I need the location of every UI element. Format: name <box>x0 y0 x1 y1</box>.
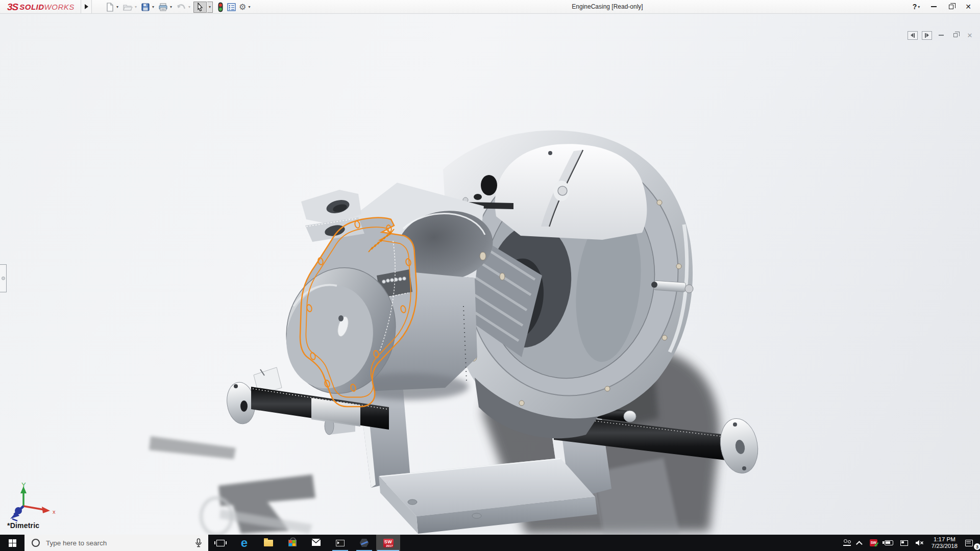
new-document-icon <box>105 3 114 12</box>
restore-icon <box>949 5 953 9</box>
edge-tab-dot-icon <box>2 277 5 280</box>
volume-button[interactable] <box>912 535 927 551</box>
options-button[interactable]: ⚙ <box>238 2 247 13</box>
open-caret-icon[interactable]: ▾ <box>135 5 137 9</box>
pane-right-arrow-icon <box>926 33 929 37</box>
brand-text-bold: SOLID <box>19 3 44 11</box>
undo-caret-icon[interactable]: ▾ <box>188 5 190 9</box>
clock-time: 1:17 PM <box>932 536 958 543</box>
save-caret-icon[interactable]: ▾ <box>152 5 154 9</box>
help-caret-icon: ▾ <box>918 5 920 9</box>
network-button[interactable] <box>897 535 912 551</box>
pane-left-arrow-icon <box>911 33 913 37</box>
network-icon <box>900 540 908 546</box>
task-view-icon <box>216 540 225 546</box>
minimize-button[interactable] <box>926 1 941 13</box>
windows-logo-icon <box>9 539 16 547</box>
mail-icon <box>312 540 321 546</box>
pane-bar-icon <box>925 33 926 38</box>
solidworks-icon-year: 2017 <box>386 544 393 547</box>
print-icon <box>158 3 168 12</box>
title-bar[interactable]: 3S SOLID WORKS ▾ ▾ ▾ <box>0 0 980 14</box>
view-orientation-label: *Dimetric <box>7 521 39 530</box>
hexagon-app-button[interactable] <box>352 535 376 551</box>
doc-close-button[interactable]: ✕ <box>965 31 975 40</box>
people-icon <box>843 540 851 546</box>
help-button[interactable]: ?▾ <box>909 1 924 13</box>
undo-button[interactable] <box>175 2 187 13</box>
taskbar-search[interactable]: Type here to search <box>24 535 208 551</box>
new-caret-icon[interactable]: ▾ <box>116 5 118 9</box>
solidworks-icon: SW 2017 <box>383 539 394 547</box>
next-pane-button[interactable] <box>922 31 932 40</box>
task-view-button[interactable] <box>208 535 232 551</box>
doc-minimize-button[interactable] <box>936 31 946 40</box>
new-document-button[interactable] <box>104 2 115 13</box>
close-icon: ✕ <box>965 3 971 11</box>
edge-button[interactable]: e <box>232 535 256 551</box>
save-button[interactable] <box>140 2 151 13</box>
pane-bar-icon <box>914 33 915 38</box>
taskbar-apps: e SW 2017 <box>208 535 400 551</box>
window-title: EngineCasing [Read-only] <box>536 3 679 10</box>
menu-flyout-button[interactable] <box>81 0 92 13</box>
taskbar-clock[interactable]: 1:17 PM 7/23/2018 <box>927 536 962 550</box>
doc-close-icon: ✕ <box>967 32 973 39</box>
feature-tree-collapsed-tab[interactable] <box>0 264 7 292</box>
print-caret-icon[interactable]: ▾ <box>170 5 172 9</box>
status-lights-icon <box>217 2 224 12</box>
properties-list-button[interactable] <box>226 2 237 13</box>
solidworks-button[interactable]: SW 2017 <box>376 535 400 551</box>
start-button[interactable] <box>0 535 24 551</box>
system-tray: SW✓ 1:17 PM 7/23/2018 3 <box>840 535 980 551</box>
notification-badge: 3 <box>974 543 980 550</box>
triad-x-label: x <box>53 509 56 515</box>
close-button[interactable]: ✕ <box>961 1 976 13</box>
chevron-up-icon <box>856 541 863 547</box>
select-tool-button[interactable] <box>193 2 207 13</box>
mail-button[interactable] <box>304 535 328 551</box>
show-hidden-icons-button[interactable] <box>854 535 866 551</box>
microphone-icon[interactable] <box>195 538 202 547</box>
cortana-icon <box>32 539 40 547</box>
previous-pane-button[interactable] <box>908 31 918 40</box>
engine-casing-model[interactable] <box>0 14 980 535</box>
solidworks-logo: 3S SOLID WORKS <box>7 1 75 13</box>
brand-text-light: WORKS <box>44 3 75 11</box>
command-prompt-button[interactable] <box>328 535 352 551</box>
restore-button[interactable] <box>943 1 959 13</box>
solidworks-tray-icon: SW✓ <box>870 539 877 546</box>
people-button[interactable] <box>840 535 854 551</box>
minimize-icon <box>931 6 937 7</box>
power-button[interactable] <box>881 535 897 551</box>
solidworks-tray-button[interactable]: SW✓ <box>866 535 881 551</box>
doc-minimize-icon <box>939 35 944 36</box>
print-button[interactable] <box>157 2 169 13</box>
select-caret-icon[interactable]: ▾ <box>207 2 213 13</box>
clock-date: 7/23/2018 <box>932 543 958 550</box>
command-prompt-icon <box>336 540 345 546</box>
options-caret-icon[interactable]: ▾ <box>248 5 250 9</box>
graphics-viewport[interactable]: Y x *Dimetric ✕ <box>0 14 980 535</box>
gear-icon: ⚙ <box>239 2 246 12</box>
status-lights-button[interactable] <box>216 2 225 13</box>
doc-restore-button[interactable] <box>950 31 961 40</box>
solidworks-icon-letters: SW <box>384 539 393 544</box>
hexagon-app-icon <box>360 539 369 547</box>
taskbar: Type here to search e SW 2017 SW✓ <box>0 535 980 551</box>
file-explorer-button[interactable] <box>256 535 280 551</box>
dassault-logo-icon: 3S <box>7 2 18 13</box>
volume-muted-icon <box>915 539 924 546</box>
undo-icon <box>176 3 186 12</box>
check-icon: ✓ <box>874 541 879 548</box>
window-controls: ?▾ ✕ <box>909 0 976 13</box>
search-placeholder-text: Type here to search <box>46 539 195 547</box>
action-center-button[interactable]: 3 <box>962 535 980 551</box>
quick-access-toolbar: ▾ ▾ ▾ ▾ <box>104 1 253 13</box>
flyout-arrow-icon <box>85 4 88 9</box>
open-button[interactable] <box>121 2 134 13</box>
store-button[interactable] <box>280 535 304 551</box>
store-icon <box>288 540 297 546</box>
file-explorer-icon <box>264 540 273 546</box>
doc-restore-icon <box>953 33 958 37</box>
